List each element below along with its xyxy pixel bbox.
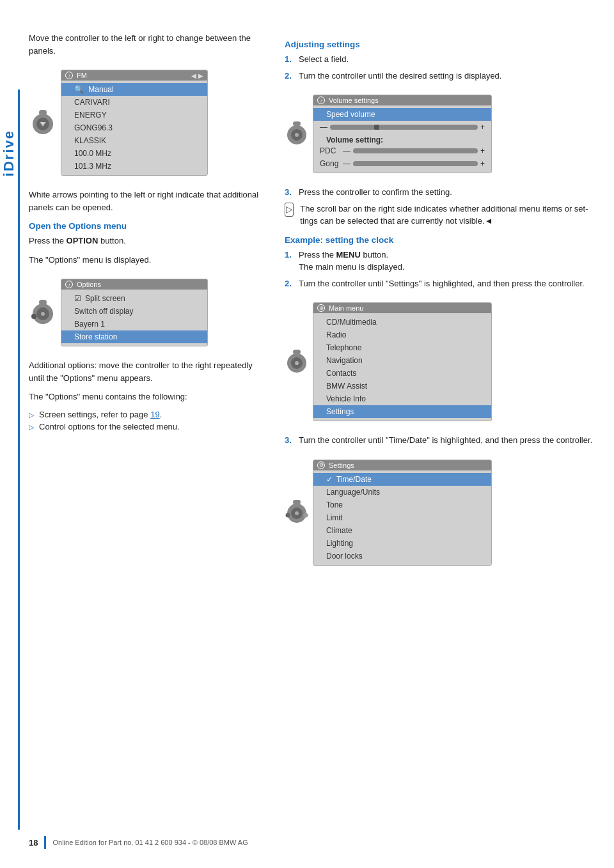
checkmark-settings-icon: ✓ (326, 475, 333, 484)
vol-row-speed: Speed volume (313, 108, 491, 121)
adj-step-2: 2. Turn the controller until the desired… (285, 70, 595, 82)
mm-row-contacts: Contacts (313, 367, 491, 380)
svg-point-22 (295, 511, 299, 515)
adjusting-settings-heading: Adjusting settings (285, 40, 595, 49)
bullet-item-2: ▷ Control options for the selected menu. (29, 422, 265, 431)
st-row-lang: Language/Units (313, 486, 491, 499)
options-row-bayern: Bayern 1 (61, 318, 207, 330)
bullet-text-2: Control options for the selected menu. (39, 422, 180, 431)
speed-slider-thumb (374, 125, 379, 130)
gong-slider-bar (353, 161, 478, 166)
scroll-note-box: ▷ The scroll bar on the right side indic… (285, 203, 595, 228)
settings-screen-body: ✓ Time/Date Language/Units Tone Limit Cl… (313, 470, 491, 565)
options-row-split: ☑ Split screen (61, 292, 207, 305)
ctrl-settings-svg (285, 496, 309, 527)
checkmark-icon: ☑ (74, 294, 81, 303)
page-number: 18 (29, 838, 38, 848)
fm-icon: ♪ (65, 72, 73, 79)
svg-rect-18 (293, 350, 301, 354)
scroll-note-text: The scroll bar on the right side indicat… (300, 203, 595, 228)
fm-row-energy: ENERGY (61, 109, 207, 121)
controller-icon-mainmenu: ⚙ (285, 346, 309, 378)
st-row-climate: Climate (313, 524, 491, 537)
volume-screen: ♪ Volume settings Speed volume — + Volum… (313, 95, 492, 173)
fm-row-100: 100.0 MHz (61, 147, 207, 160)
fm-row-klassik: KLASSIK (61, 134, 207, 147)
bullet-item-1: ▷ Screen settings, refer to page 19. (29, 410, 265, 419)
open-options-heading: Open the Options menu (29, 221, 265, 231)
adj-step-3: 3. Press the controller to confirm the s… (285, 186, 595, 199)
open-options-p1: Press the OPTION button. (29, 235, 265, 247)
st-row-doorlocks: Door locks (313, 550, 491, 562)
additional-text: Additional options: move the controller … (29, 359, 265, 384)
adj-step-1: 1. Select a field. (285, 53, 595, 66)
mm-row-telephone: Telephone (313, 341, 491, 354)
mm-row-settings: Settings (313, 405, 491, 418)
st-row-tone: Tone (313, 499, 491, 511)
st-row-limit: Limit (313, 511, 491, 524)
arrows-text: White arrows pointing to the left or rig… (29, 189, 265, 213)
pdc-slider-bar (353, 148, 478, 153)
fm-screen-header: ♪ FM ◀ ▶ (61, 70, 207, 81)
vol-row-slider: — + (313, 121, 491, 134)
vol-icon: ♪ (317, 97, 325, 104)
controller-icon-settings (285, 496, 309, 529)
options-screen-section: ♪ Options ☑ Split screen Switch off disp… (29, 272, 265, 353)
options-row-switch: Switch off display (61, 305, 207, 318)
vol-row-label: Volume setting: (313, 134, 491, 144)
main-menu-body: CD/Multimedia Radio Telephone Navigation… (313, 313, 491, 421)
svg-rect-23 (293, 500, 301, 504)
left-column: Move the controller to the left or right… (29, 32, 265, 578)
fm-screen-section: ▼ ♪ FM ◀ ▶ 🔍 Manual CARIVARI ENERGY (29, 63, 265, 182)
settings-screen-section: ⚙ Settings ✓ Time/Date Language/Units To… (285, 453, 595, 572)
mm-row-bmw: BMW Assist (313, 380, 491, 392)
options-screen: ♪ Options ☑ Split screen Switch off disp… (61, 279, 208, 346)
svg-text:⚙: ⚙ (295, 361, 299, 366)
fm-screen: ♪ FM ◀ ▶ 🔍 Manual CARIVARI ENERGY GONG96… (61, 70, 208, 176)
st-row-lighting: Lighting (313, 537, 491, 550)
fm-row-manual: 🔍 Manual (61, 83, 207, 96)
main-menu-screen-section: ⚙ ⚙ Main menu CD/Multimedia Radio Teleph… (285, 296, 595, 428)
svg-point-24 (286, 513, 290, 518)
options-screen-body: ☑ Split screen Switch off display Bayern… (61, 290, 207, 346)
options-contains: The "Options" menu contains the followin… (29, 391, 265, 403)
bullet-arrow-1: ▷ (29, 411, 34, 419)
controller-svg: ▼ (29, 105, 57, 139)
ex-step-2: 2. Turn the controller until "Settings" … (285, 277, 595, 290)
mainmenu-icon: ⚙ (317, 304, 325, 312)
settings-icon: ⚙ (317, 461, 325, 469)
idrive-sidebar-label: iDrive (0, 89, 18, 217)
bullet-text-1: Screen settings, refer to page 19. (39, 410, 162, 419)
controller-icon-left: ▼ (29, 105, 57, 141)
controller-icon-options (29, 295, 57, 331)
volume-screen-section: ♪ Volume settings Speed volume — + Volum… (285, 88, 595, 180)
mm-row-radio: Radio (313, 329, 491, 341)
svg-point-13 (295, 133, 299, 137)
ex-step-3: 3. Turn the controller until "Time/Date"… (285, 434, 595, 447)
controller-icon-volume (285, 118, 309, 150)
options-screen-header: ♪ Options (61, 279, 207, 290)
footer-copyright: Online Edition for Part no. 01 41 2 600 … (52, 839, 248, 846)
fm-row-carivari: CARIVARI (61, 96, 207, 109)
speed-slider-bar (330, 125, 478, 130)
right-column: Adjusting settings 1. Select a field. 2.… (285, 32, 595, 578)
controller-options-svg (29, 295, 57, 329)
svg-point-10 (31, 314, 36, 319)
search-icon-inline: 🔍 (74, 85, 84, 94)
settings-screen: ⚙ Settings ✓ Time/Date Language/Units To… (313, 460, 492, 566)
svg-point-8 (41, 312, 45, 316)
example-clock-heading: Example: setting the clock (285, 235, 595, 245)
mm-row-vehicle: Vehicle Info (313, 392, 491, 405)
ctrl-mainmenu-svg: ⚙ (285, 346, 309, 376)
bullet-arrow-2: ▷ (29, 423, 34, 431)
page-content: Move the controller to the left or right… (29, 32, 595, 578)
fm-row-101: 101.3 MHz (61, 160, 207, 173)
volume-screen-body: Speed volume — + Volume setting: PDC — (313, 105, 491, 173)
svg-rect-14 (293, 121, 301, 126)
ctrl-vol-svg (285, 118, 309, 148)
vol-row-pdc: PDC — + (313, 144, 491, 157)
open-options-p2: The "Options" menu is displayed. (29, 254, 265, 267)
page-footer: 18 Online Edition for Part no. 01 41 2 6… (29, 836, 595, 849)
page-link-19[interactable]: 19 (150, 410, 159, 419)
svg-text:▼: ▼ (40, 121, 45, 127)
